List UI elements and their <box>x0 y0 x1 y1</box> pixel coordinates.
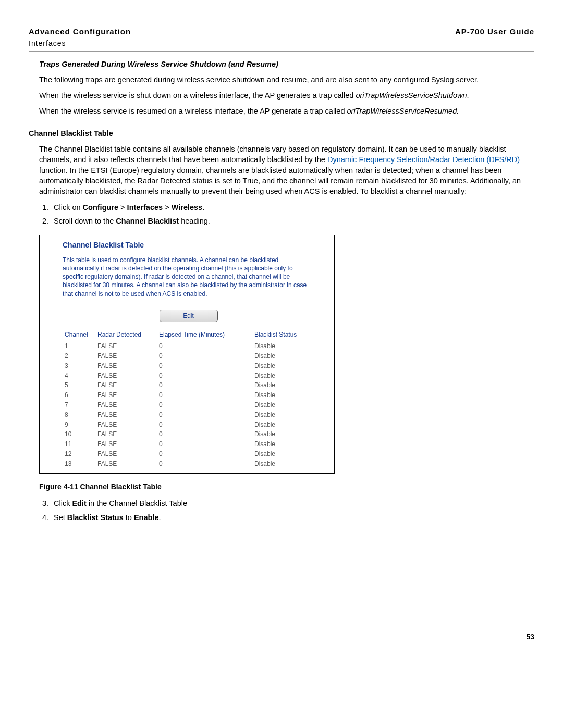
cell-elapsed: 0 <box>157 439 252 449</box>
cell-status: Disable <box>252 361 314 371</box>
blacklist-table: Channel Radar Detected Elapsed Time (Min… <box>63 329 314 468</box>
s4-a: Set <box>54 513 67 522</box>
cell-elapsed: 0 <box>157 371 252 381</box>
table-row: 8FALSE0Disable <box>63 410 314 420</box>
cell-radar: FALSE <box>95 400 157 410</box>
blacklist-para: The Channel Blacklist table contains all… <box>39 144 534 196</box>
cell-radar: FALSE <box>95 439 157 449</box>
cell-status: Disable <box>252 410 314 420</box>
traps-p3: When the wireless service is resumed on … <box>39 106 534 116</box>
cell-radar: FALSE <box>95 361 157 371</box>
step2-b: Channel Blacklist <box>116 217 179 225</box>
cell-elapsed: 0 <box>157 429 252 439</box>
traps-p2: When the wireless service is shut down o… <box>39 90 534 101</box>
s4-d: Enable <box>134 513 159 522</box>
s4-b: Blacklist Status <box>67 513 124 522</box>
cell-elapsed: 0 <box>157 410 252 420</box>
cell-status: Disable <box>252 449 314 459</box>
table-row: 2FALSE0Disable <box>63 351 314 361</box>
blacklist-para-b: function. In the ETSI (Europe) regulator… <box>39 166 521 196</box>
header-title: Advanced Configuration <box>29 26 131 37</box>
cell-status: Disable <box>252 400 314 410</box>
cell-radar: FALSE <box>95 380 157 390</box>
panel-desc: This table is used to configure blacklis… <box>63 256 314 298</box>
step-2: Scroll down to the Channel Blacklist hea… <box>51 216 534 226</box>
edit-button[interactable]: Edit <box>160 310 218 323</box>
cell-channel: 6 <box>63 390 95 400</box>
header-guide: AP-700 User Guide <box>455 26 534 37</box>
table-row: 7FALSE0Disable <box>63 400 314 410</box>
cell-elapsed: 0 <box>157 400 252 410</box>
step1-configure: Configure <box>83 203 118 212</box>
cell-status: Disable <box>252 351 314 361</box>
cell-channel: 7 <box>63 400 95 410</box>
th-radar: Radar Detected <box>95 329 157 341</box>
s4-c: to <box>124 513 134 522</box>
table-row: 12FALSE0Disable <box>63 449 314 459</box>
step1-sep2: > <box>163 203 172 212</box>
cell-status: Disable <box>252 371 314 381</box>
header-subtitle: Interfaces <box>29 39 131 49</box>
traps-p2-trap: oriTrapWirelessServiceShutdown <box>356 91 467 100</box>
cell-status: Disable <box>252 380 314 390</box>
cell-radar: FALSE <box>95 420 157 430</box>
table-row: 9FALSE0Disable <box>63 420 314 430</box>
cell-elapsed: 0 <box>157 351 252 361</box>
step1-wireless: Wireless <box>172 203 203 212</box>
step-1: Click on Configure > Interfaces > Wirele… <box>51 202 534 213</box>
step1-sep1: > <box>118 203 127 212</box>
cell-channel: 5 <box>63 380 95 390</box>
cell-status: Disable <box>252 429 314 439</box>
traps-p2-text: When the wireless service is shut down o… <box>39 91 356 100</box>
cell-channel: 9 <box>63 420 95 430</box>
s4-e: . <box>159 513 161 522</box>
traps-p3-text: When the wireless service is resumed on … <box>39 107 347 115</box>
figure-caption: Figure 4-11 Channel Blacklist Table <box>39 482 534 492</box>
cell-elapsed: 0 <box>157 390 252 400</box>
table-row: 4FALSE0Disable <box>63 371 314 381</box>
cell-channel: 10 <box>63 429 95 439</box>
cell-radar: FALSE <box>95 449 157 459</box>
panel-title: Channel Blacklist Table <box>63 240 314 251</box>
cell-radar: FALSE <box>95 429 157 439</box>
step1-interfaces: Interfaces <box>127 203 163 212</box>
cell-elapsed: 0 <box>157 361 252 371</box>
cell-channel: 11 <box>63 439 95 449</box>
cell-status: Disable <box>252 459 314 469</box>
cell-elapsed: 0 <box>157 380 252 390</box>
cell-status: Disable <box>252 341 314 351</box>
blacklist-panel: Channel Blacklist Table This table is us… <box>39 235 335 473</box>
step2-c: heading. <box>179 217 210 225</box>
table-row: 10FALSE0Disable <box>63 429 314 439</box>
cell-radar: FALSE <box>95 351 157 361</box>
table-row: 5FALSE0Disable <box>63 380 314 390</box>
cell-channel: 1 <box>63 341 95 351</box>
table-row: 6FALSE0Disable <box>63 390 314 400</box>
cell-channel: 12 <box>63 449 95 459</box>
step1-a: Click on <box>54 203 83 212</box>
th-status: Blacklist Status <box>252 329 314 341</box>
step2-a: Scroll down to the <box>54 217 116 225</box>
cell-radar: FALSE <box>95 390 157 400</box>
dfs-link[interactable]: Dynamic Frequency Selection/Radar Detect… <box>327 155 520 164</box>
traps-p1: The following traps are generated during… <box>39 75 534 85</box>
cell-radar: FALSE <box>95 410 157 420</box>
th-channel: Channel <box>63 329 95 341</box>
traps-p3-trap: oriTrapWirelessServiceResumed. <box>347 107 459 115</box>
cell-status: Disable <box>252 420 314 430</box>
cell-status: Disable <box>252 390 314 400</box>
s3-c: in the Channel Blacklist Table <box>87 499 187 508</box>
s3-b: Edit <box>72 499 86 508</box>
step1-end: . <box>202 203 204 212</box>
table-row: 11FALSE0Disable <box>63 439 314 449</box>
traps-heading: Traps Generated During Wireless Service … <box>39 59 534 69</box>
table-row: 13FALSE0Disable <box>63 459 314 469</box>
table-row: 1FALSE0Disable <box>63 341 314 351</box>
cell-channel: 3 <box>63 361 95 371</box>
blacklist-heading: Channel Blacklist Table <box>29 128 534 139</box>
cell-elapsed: 0 <box>157 449 252 459</box>
th-elapsed: Elapsed Time (Minutes) <box>157 329 252 341</box>
cell-radar: FALSE <box>95 341 157 351</box>
cell-channel: 2 <box>63 351 95 361</box>
cell-elapsed: 0 <box>157 341 252 351</box>
